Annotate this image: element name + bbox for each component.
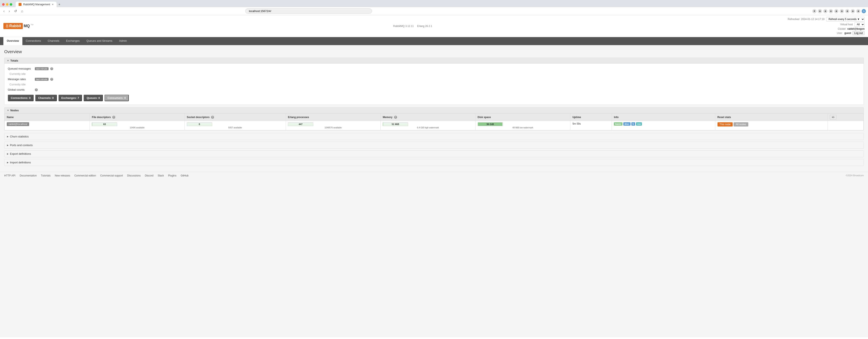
vhost-select[interactable]: All <box>855 22 865 27</box>
uptime-cell: 5m 59s <box>570 121 612 130</box>
back-btn[interactable]: ‹ <box>2 9 6 13</box>
footer-link-commercial-edition[interactable]: Commercial edition <box>74 174 96 177</box>
new-tab-btn[interactable]: + <box>57 2 62 7</box>
connections-badge[interactable]: Connections: 0 <box>8 95 34 101</box>
tab-exchanges[interactable]: Exchanges <box>63 37 83 45</box>
footer-link-discord[interactable]: Discord <box>145 174 153 177</box>
forward-btn[interactable]: › <box>7 9 11 13</box>
footer-link-commercial-support[interactable]: Commercial support <box>100 174 123 177</box>
info-cell: basic disc 5 rss <box>612 121 715 130</box>
add-remove-btn[interactable]: +/- <box>830 115 837 120</box>
footer-link-tutorials[interactable]: Tutorials <box>41 174 51 177</box>
consumers-badge[interactable]: Consumers: 0 <box>104 95 129 101</box>
info-badge-disc: disc <box>623 122 630 126</box>
col-add-remove: +/- <box>828 114 863 121</box>
message-rates-time: last minute <box>35 78 49 81</box>
address-input[interactable] <box>245 8 372 14</box>
import-header[interactable]: ▶ Import definitions <box>4 159 864 166</box>
memory-help-icon[interactable]: ? <box>394 116 397 119</box>
browser-tab[interactable]: RabbitMQ Management ✕ <box>16 2 57 7</box>
extension-icon-6[interactable]: ◈ <box>845 9 849 13</box>
totals-section-header[interactable]: ▼ Totals <box>4 58 864 64</box>
close-window-btn[interactable] <box>2 3 5 6</box>
svg-point-1 <box>6 25 9 28</box>
message-rates-label: Message rates <box>8 77 33 81</box>
nodes-section-header[interactable]: ▼ Nodes <box>4 107 864 113</box>
extension-icon-5[interactable]: ◈ <box>840 9 844 13</box>
socket-desc-help-icon[interactable]: ? <box>211 116 214 119</box>
node-action-btns: This node All nodes <box>717 122 825 127</box>
traffic-lights <box>2 3 12 6</box>
profile-icon[interactable]: G <box>862 9 866 13</box>
file-desc-value: 63 <box>103 123 106 126</box>
tab-channels[interactable]: Channels <box>44 37 63 45</box>
footer-link-http-api[interactable]: HTTP API <box>4 174 16 177</box>
socket-desc-value: 0 <box>199 123 200 126</box>
minimize-window-btn[interactable] <box>6 3 8 6</box>
fullscreen-window-btn[interactable] <box>10 3 12 6</box>
svg-point-2 <box>6 24 7 26</box>
col-name: Name <box>5 114 90 121</box>
tab-queues[interactable]: Queues and Streams <box>83 37 116 45</box>
file-desc-bar: 63 <box>92 122 117 126</box>
socket-desc-cell: 0 9357 available <box>185 121 286 130</box>
logout-btn[interactable]: Log out <box>852 31 865 35</box>
ports-label: Ports and contexts <box>10 143 33 147</box>
col-info: Info <box>612 114 715 121</box>
global-counts-help-icon[interactable]: ? <box>35 88 38 91</box>
erlang-version: Erlang 26.2.1 <box>417 25 432 28</box>
extension-icon-8[interactable]: ◈ <box>856 9 860 13</box>
col-reset-stats: Reset stats <box>715 114 828 121</box>
disk-bar: 96 GiB <box>478 122 503 126</box>
user-row: User guest Log out <box>837 31 865 35</box>
extension-icon-7[interactable]: ◈ <box>851 9 855 13</box>
footer-link-documentation[interactable]: Documentation <box>20 174 37 177</box>
address-bar: ‹ › ↺ ⌂ ★ ◈ ◈ ◈ ◈ ◈ ◈ ◈ ◈ G <box>0 7 868 15</box>
node-name-badge[interactable]: rabbit@localhost <box>7 122 29 126</box>
exchanges-badge[interactable]: Exchanges: 7 <box>59 95 82 101</box>
churn-header[interactable]: ▶ Churn statistics <box>4 133 864 140</box>
tab-admin[interactable]: Admin <box>116 37 130 45</box>
tab-close-btn[interactable]: ✕ <box>52 3 54 6</box>
tab-connections[interactable]: Connections <box>22 37 44 45</box>
footer-link-plugins[interactable]: Plugins <box>168 174 176 177</box>
tab-title: RabbitMQ Management <box>23 3 50 6</box>
ports-header[interactable]: ▶ Ports and contexts <box>4 142 864 148</box>
message-rates-row: Message rates last minute ? <box>8 77 860 81</box>
erlang-proc-progress: 447 1048576 available <box>288 122 378 129</box>
reload-btn[interactable]: ↺ <box>13 9 18 13</box>
this-node-btn[interactable]: This node <box>717 122 733 127</box>
nodes-section-body: Name File descriptors ? Socket descripto… <box>4 113 864 130</box>
export-header[interactable]: ▶ Export definitions <box>4 150 864 157</box>
nodes-arrow-icon: ▼ <box>7 109 9 111</box>
toolbar-icons: ★ ◈ ◈ ◈ ◈ ◈ ◈ ◈ ◈ G <box>812 9 866 13</box>
extension-icon-3[interactable]: ◈ <box>829 9 833 13</box>
channels-badge[interactable]: Channels: 0 <box>35 95 57 101</box>
svg-point-3 <box>7 24 8 26</box>
reset-stats-cell: This node All nodes <box>715 121 828 130</box>
extension-icon-1[interactable]: ◈ <box>818 9 822 13</box>
logo-mq-text: MQ <box>24 24 30 28</box>
home-btn[interactable]: ⌂ <box>20 9 25 13</box>
footer-link-github[interactable]: GitHub <box>181 174 188 177</box>
info-badges: basic disc 5 rss <box>614 122 713 126</box>
queues-badge[interactable]: Queues: 0 <box>84 95 103 101</box>
queued-messages-help-icon[interactable]: ? <box>50 67 53 70</box>
footer-link-slack[interactable]: Slack <box>158 174 164 177</box>
footer-link-new-releases[interactable]: New releases <box>55 174 70 177</box>
count-badges: Connections: 0 Channels: 0 Exchanges: 7 … <box>8 95 860 101</box>
info-badge-basic: basic <box>614 122 622 126</box>
nav-tabs: Overview Connections Channels Exchanges … <box>0 37 868 45</box>
refresh-select[interactable]: Refresh every 5 seconds ▼ <box>826 17 865 22</box>
footer-link-discussions[interactable]: Discussions <box>127 174 141 177</box>
extra-cell <box>828 121 863 130</box>
extension-icon-4[interactable]: ◈ <box>834 9 838 13</box>
all-nodes-btn[interactable]: All nodes <box>734 122 748 127</box>
bookmark-icon[interactable]: ★ <box>812 9 816 13</box>
logo-tm-text: TM <box>31 24 33 26</box>
tab-overview[interactable]: Overview <box>3 37 22 45</box>
file-desc-help-icon[interactable]: ? <box>112 116 115 119</box>
extension-icon-2[interactable]: ◈ <box>823 9 828 13</box>
message-rates-help-icon[interactable]: ? <box>50 78 53 81</box>
col-disk-space: Disk space <box>475 114 570 121</box>
